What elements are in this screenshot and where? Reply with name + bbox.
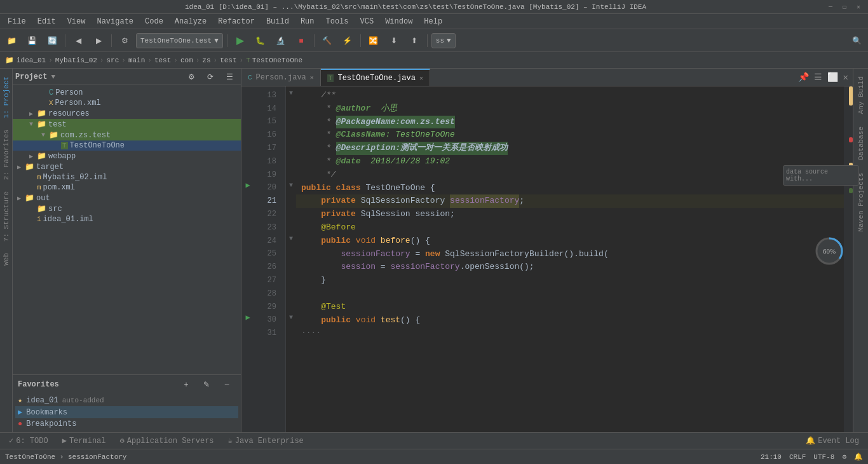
fav-item-idea01[interactable]: ★ idea_01 auto-added (15, 394, 238, 406)
breadcrumb-test2[interactable]: test (220, 57, 236, 64)
bottom-tab-todo[interactable]: ✓ 6: TODO (3, 435, 55, 447)
vtab-project[interactable]: 1: Project (1, 71, 12, 123)
tree-item-resources[interactable]: ▶ 📁 resources (13, 108, 241, 119)
tab-testonetoone[interactable]: T TestOneToOne.java ✕ (321, 69, 430, 86)
tree-item-target[interactable]: ▶ 📁 target (13, 161, 241, 172)
toolbar-vcs-push[interactable]: ⬆ (405, 32, 423, 50)
bottom-tab-event-log[interactable]: 🔔 Event Log (799, 435, 865, 447)
pin-tab-btn[interactable]: 📌 (796, 71, 811, 84)
status-notifications[interactable]: 🔔 (854, 453, 863, 461)
fold-20[interactable]: ▼ (286, 179, 296, 193)
menu-run[interactable]: Run (295, 16, 320, 27)
ss-dropdown[interactable]: ss ▼ (431, 33, 456, 48)
toolbar-run-config-btn[interactable]: ⚙ (116, 32, 133, 50)
menu-analyze[interactable]: Analyze (170, 16, 212, 27)
recent-files-btn[interactable]: ☰ (812, 71, 824, 84)
tree-item-pom[interactable]: m pom.xml (13, 182, 241, 193)
gutter-20[interactable]: ▶ (241, 179, 254, 193)
run-class-icon[interactable]: ▶ (245, 181, 250, 190)
menu-file[interactable]: File (3, 16, 31, 27)
fav-item-bookmarks[interactable]: ▶ Bookmarks (15, 406, 238, 418)
toolbar-open-btn[interactable]: 📁 (3, 32, 20, 50)
breadcrumb-com[interactable]: com (180, 57, 193, 64)
menu-refactor[interactable]: Refactor (213, 16, 260, 27)
breadcrumb-src[interactable]: src (106, 57, 119, 64)
menu-vcs[interactable]: VCS (355, 16, 379, 27)
toolbar-back-btn[interactable]: ◀ (69, 32, 87, 50)
favorites-add-btn[interactable]: + (177, 379, 195, 390)
breadcrumb-main[interactable]: main (128, 57, 145, 64)
toolbar-sync-btn[interactable]: 🔄 (43, 32, 61, 50)
vtab-favorites[interactable]: 2: Favorites (1, 125, 12, 185)
right-panel-database[interactable]: Database (855, 121, 867, 165)
run-button[interactable]: ▶ (231, 32, 249, 50)
tab-close-testonetoone[interactable]: ✕ (419, 74, 423, 82)
toolbar-vcs-btn[interactable]: 🔀 (365, 32, 383, 50)
toolbar-vcs-update[interactable]: ⬇ (385, 32, 403, 50)
fold-30[interactable]: ▼ (286, 311, 296, 325)
project-dropdown-arrow[interactable]: ▼ (51, 73, 55, 81)
menu-window[interactable]: Window (380, 16, 417, 27)
right-panel-anybuild[interactable]: Any Build (855, 71, 867, 119)
code-content[interactable]: /** * @author 小思 * @PackageName:com.zs.t… (296, 86, 844, 432)
search-everywhere-btn[interactable]: 🔍 (848, 32, 865, 50)
tree-item-idea-iml[interactable]: i idea_01.iml (13, 214, 241, 224)
tab-person-java[interactable]: C Person.java ✕ (241, 69, 321, 86)
status-line-ending[interactable]: CRLF (789, 453, 806, 461)
sidebar-scroll-btn[interactable]: ⟳ (201, 71, 219, 83)
breadcrumb-mybatis02[interactable]: Mybatis_02 (55, 57, 97, 64)
tab-close-person[interactable]: ✕ (310, 74, 314, 81)
favorites-edit-btn[interactable]: ✎ (198, 379, 215, 390)
sidebar-settings-btn[interactable]: ⚙ (182, 71, 200, 83)
run-config-dropdown[interactable]: TestOneToOne.test ▼ (136, 33, 223, 48)
breadcrumb-zs[interactable]: zs (202, 57, 210, 64)
toolbar-forward-btn[interactable]: ▶ (90, 32, 107, 50)
fold-13[interactable]: ▼ (286, 86, 296, 100)
tree-item-src[interactable]: 📁 src (13, 203, 241, 214)
menu-edit[interactable]: Edit (32, 16, 61, 27)
tree-item-com-zs-test[interactable]: ▼ 📁 com.zs.test (13, 130, 241, 140)
vtab-web[interactable]: Web (1, 248, 12, 271)
run-coverage-btn[interactable]: 🔬 (272, 32, 290, 50)
vtab-structure[interactable]: 7: Structure (1, 186, 12, 247)
tree-item-out[interactable]: ▶ 📁 out (13, 193, 241, 203)
tree-item-mybatis-iml[interactable]: m Mybatis_02.iml (13, 172, 241, 182)
split-editor-btn[interactable]: ⬜ (825, 71, 840, 84)
fav-item-breakpoints[interactable]: ● Breakpoints (15, 418, 238, 430)
tree-item-webapp[interactable]: ▶ 📁 webapp (13, 151, 241, 161)
menu-build[interactable]: Build (261, 16, 294, 27)
tree-item-testonetoone[interactable]: T TestOneToOne (13, 140, 241, 151)
close-editors-btn[interactable]: ✕ (841, 71, 850, 84)
toolbar-save-btn[interactable]: 💾 (23, 32, 41, 50)
tree-item-person-xml[interactable]: X Person.xml (13, 98, 241, 108)
status-position[interactable]: 21:10 (761, 453, 782, 461)
breadcrumb-idea01[interactable]: idea_01 (17, 57, 46, 64)
tree-item-test[interactable]: ▼ 📁 test (13, 119, 241, 130)
tree-item-person[interactable]: C Person (13, 88, 241, 98)
menu-tools[interactable]: Tools (321, 16, 354, 27)
status-breadcrumb[interactable]: TestOneToOne › sessionFactory (5, 453, 126, 461)
toolbar-build-btn[interactable]: 🔨 (318, 32, 336, 50)
bottom-tab-app-servers[interactable]: ⚙ Application Servers (114, 435, 220, 447)
bottom-tab-terminal[interactable]: ▶ Terminal (56, 435, 112, 447)
menu-view[interactable]: View (62, 16, 91, 27)
fold-24[interactable]: ▼ (286, 232, 296, 245)
close-button[interactable]: ✕ (854, 3, 863, 11)
bottom-tab-java-enterprise[interactable]: ☕ Java Enterprise (222, 435, 310, 447)
breadcrumb-testonetoone[interactable]: TTestOneToOne (246, 57, 302, 64)
breadcrumb-test[interactable]: test (154, 57, 171, 64)
debug-button[interactable]: 🐛 (252, 32, 269, 50)
menu-code[interactable]: Code (140, 16, 168, 27)
right-scrollbar[interactable] (844, 86, 853, 432)
status-encoding[interactable]: UTF-8 (813, 453, 834, 461)
toolbar-compile-btn[interactable]: ⚡ (339, 32, 356, 50)
minimize-button[interactable]: — (826, 3, 835, 11)
menu-help[interactable]: Help (419, 16, 447, 27)
status-indent[interactable]: ⚙ (842, 453, 846, 461)
run-test-icon[interactable]: ▶ (245, 313, 250, 322)
maximize-button[interactable]: ◻ (840, 3, 849, 11)
favorites-remove-btn[interactable]: – (218, 379, 236, 390)
gutter-30[interactable]: ▶ (241, 311, 254, 325)
sidebar-collapse-btn[interactable]: ☰ (220, 71, 238, 83)
menu-navigate[interactable]: Navigate (92, 16, 139, 27)
